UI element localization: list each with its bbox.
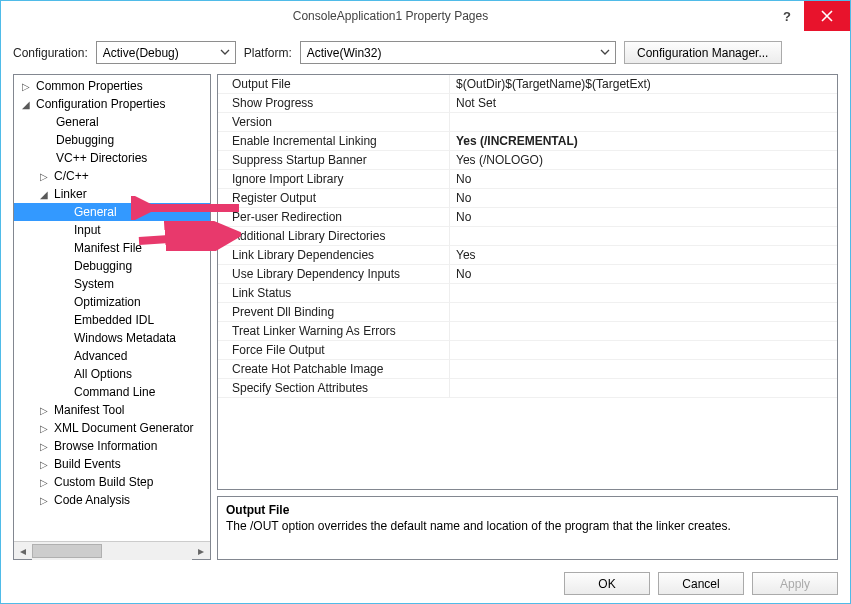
prop-name: Link Status [218, 284, 450, 303]
tree-item-linker-windows-metadata[interactable]: Windows Metadata [14, 329, 210, 347]
tree-item-linker-embedded-idl[interactable]: Embedded IDL [14, 311, 210, 329]
tree-item-manifest-tool[interactable]: ▷Manifest Tool [14, 401, 210, 419]
configuration-combo[interactable]: Active(Debug) [96, 41, 236, 64]
footer: OK Cancel Apply [1, 572, 850, 604]
prop-name: Enable Incremental Linking [218, 132, 450, 151]
tree-item-linker-command-line[interactable]: Command Line [14, 383, 210, 401]
tree[interactable]: ▷Common Properties ◢Configuration Proper… [14, 75, 210, 541]
tree-item-code-analysis[interactable]: ▷Code Analysis [14, 491, 210, 509]
tree-item-debugging[interactable]: Debugging [14, 131, 210, 149]
tree-item-linker-general[interactable]: General [14, 203, 210, 221]
collapse-icon[interactable]: ◢ [20, 99, 32, 110]
prop-value[interactable]: Yes (/NOLOGO) [450, 151, 837, 170]
tree-item-xml-document-generator[interactable]: ▷XML Document Generator [14, 419, 210, 437]
prop-value[interactable] [450, 284, 837, 303]
prop-value[interactable] [450, 113, 837, 132]
prop-name: Suppress Startup Banner [218, 151, 450, 170]
prop-name: Register Output [218, 189, 450, 208]
prop-value[interactable]: $(OutDir)$(TargetName)$(TargetExt) [450, 75, 837, 94]
tree-item-vcpp-directories[interactable]: VC++ Directories [14, 149, 210, 167]
description-panel: Output File The /OUT option overrides th… [217, 496, 838, 560]
tree-item-custom-build-step[interactable]: ▷Custom Build Step [14, 473, 210, 491]
tree-item-configuration-properties[interactable]: ◢Configuration Properties [14, 95, 210, 113]
prop-value[interactable]: Not Set [450, 94, 837, 113]
prop-name: Ignore Import Library [218, 170, 450, 189]
prop-name: Link Library Dependencies [218, 246, 450, 265]
prop-value[interactable]: Yes (/INCREMENTAL) [450, 132, 837, 151]
prop-value[interactable]: No [450, 208, 837, 227]
scroll-left-icon[interactable]: ◂ [14, 542, 32, 560]
help-button[interactable]: ? [770, 1, 804, 31]
ok-button[interactable]: OK [564, 572, 650, 595]
description-title: Output File [226, 503, 829, 517]
expand-icon[interactable]: ▷ [38, 405, 50, 416]
prop-name: Treat Linker Warning As Errors [218, 322, 450, 341]
tree-item-general[interactable]: General [14, 113, 210, 131]
platform-value: Active(Win32) [307, 46, 382, 60]
property-grid[interactable]: Output File$(OutDir)$(TargetName)$(Targe… [217, 74, 838, 490]
prop-name: Per-user Redirection [218, 208, 450, 227]
prop-name: Output File [218, 75, 450, 94]
platform-combo[interactable]: Active(Win32) [300, 41, 616, 64]
collapse-icon[interactable]: ◢ [38, 189, 50, 200]
prop-value[interactable] [450, 379, 837, 398]
description-body: The /OUT option overrides the default na… [226, 519, 829, 533]
expand-icon[interactable]: ▷ [38, 171, 50, 182]
tree-item-ccpp[interactable]: ▷C/C++ [14, 167, 210, 185]
prop-value[interactable]: No [450, 189, 837, 208]
prop-value[interactable] [450, 322, 837, 341]
tree-item-common-properties[interactable]: ▷Common Properties [14, 77, 210, 95]
chevron-down-icon [219, 46, 231, 58]
prop-value[interactable]: Yes [450, 246, 837, 265]
expand-icon[interactable]: ▷ [38, 459, 50, 470]
tree-item-linker-optimization[interactable]: Optimization [14, 293, 210, 311]
prop-name: Force File Output [218, 341, 450, 360]
expand-icon[interactable]: ▷ [38, 441, 50, 452]
expand-icon[interactable]: ▷ [38, 477, 50, 488]
chevron-down-icon [599, 46, 611, 58]
toolbar: Configuration: Active(Debug) Platform: A… [1, 31, 850, 74]
prop-name: Create Hot Patchable Image [218, 360, 450, 379]
prop-name: Additional Library Directories [218, 227, 450, 246]
prop-value[interactable]: No [450, 170, 837, 189]
close-button[interactable] [804, 1, 850, 31]
titlebar: ConsoleApplication1 Property Pages ? [1, 1, 850, 31]
platform-label: Platform: [244, 46, 292, 60]
tree-item-linker-debugging[interactable]: Debugging [14, 257, 210, 275]
prop-value[interactable] [450, 227, 837, 246]
tree-item-linker-all-options[interactable]: All Options [14, 365, 210, 383]
tree-panel: ▷Common Properties ◢Configuration Proper… [13, 74, 211, 560]
prop-value[interactable] [450, 341, 837, 360]
expand-icon[interactable]: ▷ [38, 495, 50, 506]
configuration-label: Configuration: [13, 46, 88, 60]
close-icon [821, 10, 833, 22]
configuration-value: Active(Debug) [103, 46, 179, 60]
tree-item-linker-advanced[interactable]: Advanced [14, 347, 210, 365]
tree-hscrollbar[interactable]: ◂ ▸ [14, 541, 210, 559]
tree-item-linker-system[interactable]: System [14, 275, 210, 293]
scroll-thumb[interactable] [32, 544, 102, 558]
prop-name: Specify Section Attributes [218, 379, 450, 398]
window-title: ConsoleApplication1 Property Pages [11, 9, 770, 23]
expand-icon[interactable]: ▷ [20, 81, 32, 92]
prop-value[interactable] [450, 303, 837, 322]
apply-button[interactable]: Apply [752, 572, 838, 595]
prop-value[interactable] [450, 360, 837, 379]
configuration-manager-button[interactable]: Configuration Manager... [624, 41, 782, 64]
tree-item-linker[interactable]: ◢Linker [14, 185, 210, 203]
scroll-right-icon[interactable]: ▸ [192, 542, 210, 560]
prop-name: Use Library Dependency Inputs [218, 265, 450, 284]
tree-item-build-events[interactable]: ▷Build Events [14, 455, 210, 473]
tree-item-linker-input[interactable]: Input [14, 221, 210, 239]
prop-name: Version [218, 113, 450, 132]
prop-value[interactable]: No [450, 265, 837, 284]
tree-item-browse-information[interactable]: ▷Browse Information [14, 437, 210, 455]
expand-icon[interactable]: ▷ [38, 423, 50, 434]
prop-name: Prevent Dll Binding [218, 303, 450, 322]
cancel-button[interactable]: Cancel [658, 572, 744, 595]
tree-item-linker-manifest-file[interactable]: Manifest File [14, 239, 210, 257]
prop-name: Show Progress [218, 94, 450, 113]
